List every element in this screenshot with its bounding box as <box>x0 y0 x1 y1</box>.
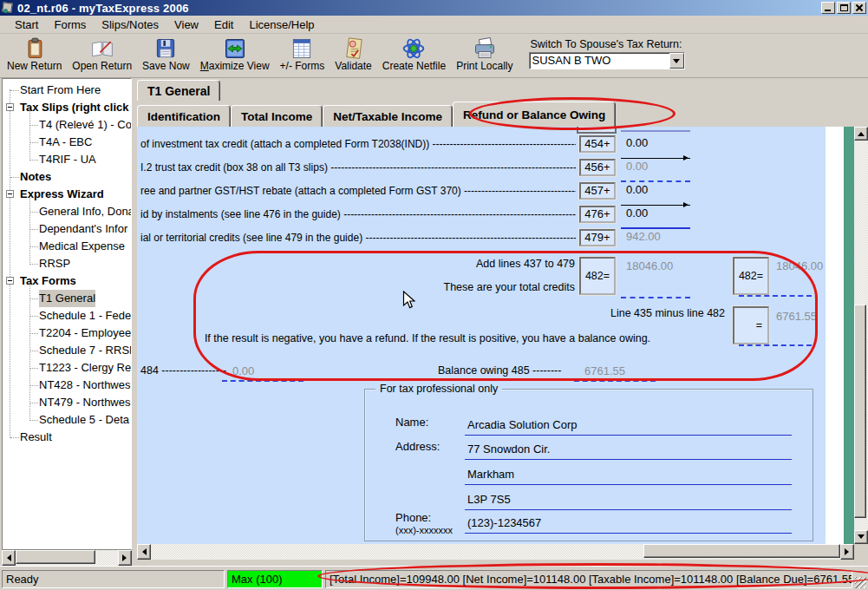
menu-edit[interactable]: Edit <box>206 16 241 33</box>
scroll-left-button[interactable] <box>137 544 151 560</box>
scroll-right-button[interactable] <box>118 550 132 566</box>
sidebar-item-result[interactable]: Result <box>3 429 131 446</box>
sidebar-item-t1-general[interactable]: T1 General <box>3 290 131 307</box>
scroll-down-button[interactable] <box>854 530 868 544</box>
print-locally-button[interactable]: Print Locally <box>451 36 518 77</box>
menu-forms[interactable]: Forms <box>46 16 94 33</box>
sidebar-item-rrsp[interactable]: RRSP <box>3 255 131 272</box>
line-435-minus-label: Line 435 minus line 482 <box>501 307 725 320</box>
maximize-icon <box>840 4 848 11</box>
forms-grid-icon <box>290 36 314 61</box>
tab-refund-or-balance-owing[interactable]: Refund or Balance Owing <box>453 102 616 127</box>
plus-minus-forms-button[interactable]: +/- Forms <box>275 36 330 77</box>
sidebar-item-t1223[interactable]: T1223 - Clergy Re <box>3 359 131 377</box>
line-454-value[interactable]: 0.00 <box>626 136 700 150</box>
menu-view[interactable]: View <box>166 16 206 33</box>
scrollbar-thumb[interactable] <box>643 544 840 558</box>
collapse-icon[interactable] <box>6 190 14 198</box>
close-button[interactable] <box>852 2 866 14</box>
calculated-underline <box>222 380 303 382</box>
menu-bar: Start Forms Slips/Notes View Edit Licens… <box>0 16 868 34</box>
phone-field[interactable]: (123)-1234567 <box>465 510 792 534</box>
form-vertical-scrollbar[interactable] <box>854 127 868 544</box>
sidebar-item-start-from-here[interactable]: Start From Here <box>3 82 131 99</box>
save-now-button[interactable]: Save Now <box>137 36 195 77</box>
sidebar-item-t4rif[interactable]: T4RIF - UA <box>3 151 131 168</box>
sidebar-item-medical-expense[interactable]: Medical Expense <box>3 238 131 255</box>
spouse-select[interactable]: SUSAN B TWO <box>529 52 685 69</box>
line-476-value[interactable]: 0.00 <box>626 206 700 220</box>
status-bar: Ready Max (100) [Total Income]=109948.00… <box>0 566 868 590</box>
desk-background <box>844 127 854 544</box>
sidebar-item-nt479[interactable]: NT479 - Northwes <box>3 394 131 411</box>
t1-form-page: of investment tax credit (attach a compl… <box>137 127 826 544</box>
form-horizontal-scrollbar[interactable] <box>137 544 854 560</box>
phone-format-hint: (xxx)-xxxxxxx <box>395 525 453 535</box>
sidebar-item-schedule-1[interactable]: Schedule 1 - Fede <box>3 307 131 324</box>
sidebar-item-tax-slips[interactable]: Tax Slips (right click <box>3 99 131 116</box>
calculated-underline <box>621 297 690 298</box>
sidebar-item-express-wizard[interactable]: Express Wizard <box>3 186 131 203</box>
chevron-down-icon <box>673 59 680 67</box>
open-return-button[interactable]: Open Return <box>67 36 137 77</box>
menu-license-help[interactable]: License/Help <box>241 16 322 33</box>
scrollbar-thumb[interactable] <box>16 550 95 564</box>
sidebar-item-t4a[interactable]: T4A - EBC <box>3 134 131 151</box>
line-482-value: 18046.00 <box>626 259 700 273</box>
address-label: Address: <box>395 440 440 453</box>
maximize-view-icon <box>223 36 247 61</box>
sidebar-item-notes[interactable]: Notes <box>3 168 131 186</box>
sidebar-item-general-info[interactable]: General Info, Dona <box>3 203 131 220</box>
tab-t1-general[interactable]: T1 General <box>137 80 220 101</box>
maximize-view-button[interactable]: Maximize View <box>195 36 275 77</box>
tab-net-taxable-income[interactable]: Net/Taxable Income <box>323 105 453 127</box>
tab-identification[interactable]: Identification <box>137 105 231 127</box>
minimize-button[interactable] <box>821 2 835 14</box>
line-454-label: of investment tax credit (attach a compl… <box>140 137 576 152</box>
status-progress-badge: Max (100) <box>227 570 323 588</box>
resize-grip[interactable] <box>855 577 866 588</box>
new-return-button[interactable]: New Return <box>2 36 67 77</box>
address-field-2[interactable]: Markham <box>465 462 792 485</box>
sidebar-item-dependants-info[interactable]: Dependant's Infor <box>3 220 131 238</box>
line-482-box-right: 482= <box>733 257 769 295</box>
groupbox-title: For tax professional only <box>375 383 502 395</box>
sidebar-item-schedule-5[interactable]: Schedule 5 - Deta <box>3 411 131 429</box>
calculated-underline <box>621 180 690 182</box>
sidebar-item-tax-forms[interactable]: Tax Forms <box>3 272 131 290</box>
name-field[interactable]: Arcadia Solution Corp <box>465 412 792 436</box>
total-credits-label: These are your total credits <box>380 281 575 294</box>
netfile-atom-icon <box>401 36 426 61</box>
sidebar-horizontal-scrollbar[interactable] <box>2 550 132 566</box>
sidebar-item-schedule-7[interactable]: Schedule 7 - RRSP <box>3 342 131 359</box>
sidebar-item-t4[interactable]: T4 (Relevé 1) - Co <box>3 116 131 134</box>
calculated-underline <box>574 380 656 382</box>
spouse-select-dropdown-button[interactable] <box>669 53 684 69</box>
scroll-left-button[interactable] <box>2 550 16 566</box>
line-456-box: 456+ <box>579 159 616 176</box>
page-margin <box>826 127 844 544</box>
validate-button[interactable]: Validate <box>330 36 376 77</box>
maximize-button[interactable] <box>837 2 851 14</box>
menu-slips-notes[interactable]: Slips/Notes <box>94 16 166 33</box>
collapse-icon[interactable] <box>6 103 14 111</box>
line-457-value[interactable]: 0.00 <box>626 183 700 197</box>
collapse-icon[interactable] <box>6 277 14 285</box>
window-title: 02_nt.r06 - myTaxExpress 2006 <box>17 2 189 15</box>
address-field-3[interactable]: L3P 7S5 <box>465 487 792 510</box>
address-field-1[interactable]: 77 Snowdon Cir. <box>465 436 792 460</box>
add-lines-label: Add lines 437 to 479 <box>397 258 575 271</box>
spouse-select-value: SUSAN B TWO <box>530 53 669 69</box>
tab-total-income[interactable]: Total Income <box>231 105 323 127</box>
scrollbar-thumb[interactable] <box>854 305 866 518</box>
validate-document-icon <box>342 36 366 61</box>
refund-484-label: 484 ------------------ <box>140 364 226 377</box>
minimize-icon <box>825 10 831 11</box>
scroll-right-button[interactable] <box>840 544 854 560</box>
sidebar-item-t2204[interactable]: T2204 - Employee <box>3 324 131 342</box>
menu-start[interactable]: Start <box>7 16 46 33</box>
sidebar: Start From Here Tax Slips (right click T… <box>2 78 132 566</box>
scroll-up-button[interactable] <box>854 127 868 141</box>
sidebar-item-nt428[interactable]: NT428 - Northwes <box>3 377 131 394</box>
create-netfile-button[interactable]: Create Netfile <box>377 36 451 77</box>
